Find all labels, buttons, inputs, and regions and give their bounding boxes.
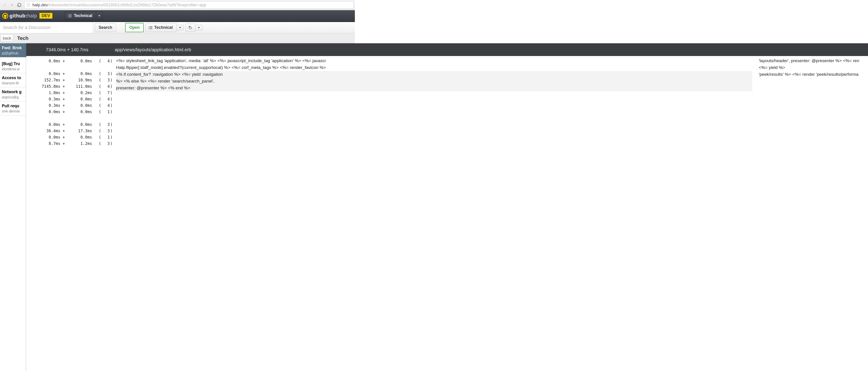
- profiler-header: 7346.0ms + 140.7ms app/views/layouts/app…: [26, 43, 355, 56]
- profiler-line: 36.4ms+17.3ms(3): [26, 128, 115, 134]
- technical-filter-label: Technical: [154, 25, 173, 30]
- browser-reload-button[interactable]: [16, 2, 23, 8]
- env-badge: DEV: [39, 13, 52, 19]
- brand[interactable]: github:halp DEV: [2, 13, 52, 19]
- discussion-sender: sharoon.th: [2, 81, 25, 85]
- discussion-item[interactable]: Network g argrico@g: [0, 87, 27, 101]
- src-line: presenter: @presenter %> <% end %>: [116, 85, 355, 91]
- profiler-line: [26, 115, 115, 121]
- technical-filter-caret[interactable]: [177, 25, 184, 30]
- list-icon: [69, 14, 72, 17]
- profiler-timings-column: 0.0ms+0.0ms(4) 0.0ms+0.0ms(3)152.7ms+10.…: [26, 56, 115, 152]
- profiler-body: 0.0ms+0.0ms(4) 0.0ms+0.0ms(3)152.7ms+10.…: [26, 56, 355, 152]
- profiler-line: 0.0ms+0.0ms(3): [26, 70, 115, 77]
- discussion-sender: idontknw.w: [2, 67, 25, 71]
- chevron-down-icon: [198, 27, 200, 28]
- discussion-sender: pj@github.: [2, 51, 25, 55]
- profiler-line: 7145.8ms+111.0ms(4): [26, 83, 115, 90]
- url-host: halp.dev: [32, 3, 48, 7]
- svg-point-0: [189, 27, 190, 27]
- sub-row: back Tech: [0, 33, 355, 43]
- discussion-item[interactable]: Access to sharoon.th: [0, 73, 27, 87]
- src-line: <% if content_for? :navigation %> <%= yi…: [116, 71, 355, 78]
- sub-tab[interactable]: Tech: [15, 34, 31, 43]
- discussion-item[interactable]: [Bug] Tru idontknw.w: [0, 59, 27, 73]
- search-button[interactable]: Search: [95, 23, 116, 32]
- profiler-line: 0.0ms+0.0ms(4): [26, 58, 115, 64]
- inbox-dropdown-caret[interactable]: [96, 11, 102, 20]
- browser-back-button[interactable]: [1, 2, 8, 8]
- list-icon: [149, 26, 152, 29]
- brand-text: github:halp: [9, 13, 37, 19]
- profiler-line: 0.0ms+0.0ms(1): [26, 109, 115, 115]
- app-bar: github:halp DEV Technical: [0, 10, 355, 22]
- discussion-sidebar: Fwd: Brok pj@github. [Bug] Tru idontknw.…: [0, 43, 27, 152]
- discussion-sender: argrico@g: [2, 95, 25, 99]
- profiler-line: 0.3ms+0.0ms(4): [26, 96, 115, 102]
- profiler-total-timing: 7346.0ms + 140.7ms: [26, 47, 108, 52]
- technical-filter-button[interactable]: Technical: [146, 23, 177, 32]
- src-line: %> <% else %> <%= render 'search/search_…: [116, 78, 355, 85]
- profiler-line: 0.0ms+0.0ms(3): [26, 121, 115, 128]
- inbox-dropdown-label: Technical: [74, 13, 93, 18]
- discussion-title: Pull requ: [2, 104, 25, 109]
- tag-caret[interactable]: [195, 25, 203, 30]
- open-button[interactable]: Open: [125, 23, 144, 32]
- src-line: <%= stylesheet_link_tag 'application', m…: [116, 57, 355, 64]
- url-path: /inboxes/technical/discussions/0516061c8…: [48, 3, 206, 7]
- url-bar[interactable]: halp.dev/inboxes/technical/discussions/0…: [25, 1, 353, 9]
- profiler-line: 8.7ms+1.2ms(3): [26, 141, 115, 147]
- inbox-dropdown[interactable]: Technical: [65, 11, 103, 20]
- browser-chrome: halp.dev/inboxes/technical/discussions/0…: [0, 0, 355, 10]
- discussion-title: Fwd: Brok: [2, 45, 25, 50]
- discussion-title: [Bug] Tru: [2, 61, 25, 66]
- line-profiler-panel: 7346.0ms + 140.7ms app/views/layouts/app…: [26, 43, 355, 152]
- search-input[interactable]: [0, 22, 93, 33]
- page-icon: [27, 3, 30, 7]
- tag-button[interactable]: [185, 24, 195, 32]
- discussion-title: Access to: [2, 75, 25, 80]
- profiler-line: 0.3ms+0.0ms(4): [26, 102, 115, 109]
- discussion-sender: orie dennie: [2, 109, 25, 113]
- back-button[interactable]: back: [0, 34, 13, 42]
- profiler-line: [26, 64, 115, 70]
- tag-icon: [188, 26, 192, 30]
- discussion-item[interactable]: Fwd: Brok pj@github.: [0, 43, 27, 57]
- profiler-line: 0.0ms+0.0ms(1): [26, 134, 115, 141]
- toolbar: Search Open Technical: [0, 22, 355, 33]
- github-icon: [2, 13, 8, 19]
- profiler-line: 152.7ms+10.9ms(3): [26, 77, 115, 83]
- discussion-item[interactable]: Pull requ orie dennie: [0, 101, 27, 116]
- profiler-source-column: <%= stylesheet_link_tag 'application', m…: [115, 56, 355, 152]
- profiler-file-path: app/views/layouts/application.html.erb: [108, 47, 191, 52]
- chevron-down-icon: [179, 27, 181, 28]
- browser-forward-button[interactable]: [9, 2, 16, 8]
- chevron-down-icon: [98, 15, 100, 17]
- discussion-title: Network g: [2, 90, 25, 94]
- src-line: Halp.flipper[:staff_mode].enabled?(curre…: [116, 64, 355, 71]
- profiler-line: 1.8ms+0.2ms(7): [26, 90, 115, 96]
